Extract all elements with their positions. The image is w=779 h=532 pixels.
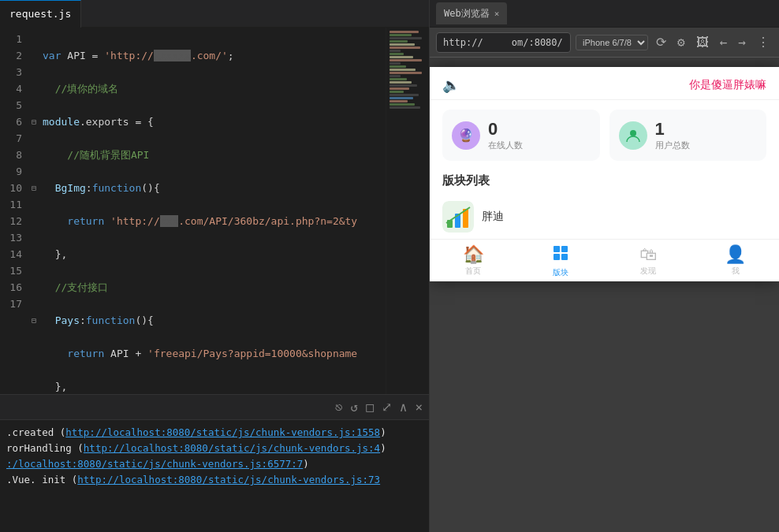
terminal-btn-restart[interactable]: ↺ bbox=[351, 400, 359, 415]
terminal-toolbar: ⎋ ↺ □ ⤢ ∧ × bbox=[0, 395, 429, 420]
nav-label-discover: 发现 bbox=[640, 266, 656, 277]
stat-num-online: 0 bbox=[488, 119, 523, 140]
stat-card-users: 1 用户总数 bbox=[609, 110, 766, 161]
terminal-label-1: .created ( bbox=[6, 426, 65, 438]
terminal-btn-expand[interactable]: ⤢ bbox=[382, 400, 392, 415]
browser-panel: Web浏览器 × iPhone 6/7/8 ⟳ ⚙ 🖼 ← → ⋮ 🔈 你是傻逼… bbox=[430, 0, 779, 532]
stat-label-online: 在线人数 bbox=[488, 140, 523, 151]
stat-info-online: 0 在线人数 bbox=[488, 119, 523, 151]
editor-tab-label: request.js bbox=[9, 8, 71, 20]
nav-label-home: 首页 bbox=[465, 266, 481, 277]
mobile-preview: 🔈 你是傻逼胖婊嘛 🔮 0 在线人数 bbox=[430, 67, 779, 281]
svg-rect-9 bbox=[561, 254, 568, 260]
stat-label-users: 用户总数 bbox=[655, 140, 690, 151]
terminal-link-2[interactable]: http://localhost:8080/static/js/chunk-ve… bbox=[84, 442, 380, 454]
profile-icon: 👤 bbox=[725, 244, 746, 264]
screenshot-icon[interactable]: 🖼 bbox=[693, 33, 712, 51]
terminal-label-2: rorHandling ( bbox=[6, 442, 84, 454]
section-title: 版块列表 bbox=[430, 170, 779, 195]
browser-tab-label: Web浏览器 bbox=[444, 7, 490, 20]
home-icon: 🏠 bbox=[463, 244, 484, 264]
terminal-line-3: :/localhost:8080/static/js/chunk-vendors… bbox=[6, 456, 423, 472]
terminal-content: .created (http://localhost:8080/static/j… bbox=[0, 420, 429, 532]
stat-icon-users bbox=[619, 121, 647, 150]
device-select[interactable]: iPhone 6/7/8 bbox=[576, 35, 648, 50]
terminal-btn-close[interactable]: × bbox=[415, 400, 423, 415]
forums-icon bbox=[552, 244, 569, 266]
terminal-line-2: rorHandling (http://localhost:8080/stati… bbox=[6, 441, 423, 456]
svg-rect-8 bbox=[554, 254, 560, 260]
forum-name: 胖迪 bbox=[482, 210, 504, 224]
nav-item-home[interactable]: 🏠 首页 bbox=[430, 244, 517, 278]
stat-num-users: 1 bbox=[655, 119, 690, 140]
code-content: var API = 'http://xxxxxx.com/'; //填你的域名 … bbox=[28, 28, 386, 394]
forum-list: 胖迪 bbox=[430, 195, 779, 239]
nav-label-forums: 版块 bbox=[553, 267, 568, 278]
forum-icon bbox=[442, 201, 474, 233]
browser-tab[interactable]: Web浏览器 × bbox=[436, 2, 507, 24]
stat-card-online: 🔮 0 在线人数 bbox=[442, 110, 599, 161]
editor-tab-request-js[interactable]: request.js bbox=[0, 0, 81, 28]
terminal-link-3[interactable]: :/localhost:8080/static/js/chunk-vendors… bbox=[6, 458, 303, 470]
back-icon[interactable]: ← bbox=[717, 33, 731, 51]
more-icon[interactable]: ⋮ bbox=[754, 33, 773, 51]
line-numbers: 12345 678910 1112131415 1617 bbox=[0, 28, 28, 394]
terminal-label-4: .Vue. init ( bbox=[6, 474, 77, 485]
bottom-nav: 🏠 首页 版块 bbox=[430, 239, 779, 281]
rotate-icon[interactable]: ⟳ bbox=[653, 33, 669, 51]
forward-icon[interactable]: → bbox=[735, 33, 749, 51]
terminal-panel: ⎋ ↺ □ ⤢ ∧ × .created (http://localhost:8… bbox=[0, 394, 429, 532]
svg-point-0 bbox=[630, 130, 636, 136]
editor-tab-bar: request.js bbox=[0, 0, 429, 28]
settings-icon[interactable]: ⚙ bbox=[674, 33, 688, 51]
stat-icon-online: 🔮 bbox=[452, 121, 480, 150]
terminal-link-4[interactable]: http://localhost:8080/static/js/chunk-ve… bbox=[77, 474, 380, 485]
svg-rect-7 bbox=[561, 246, 568, 252]
nav-item-discover[interactable]: 🛍 发现 bbox=[605, 244, 692, 278]
nav-item-forums[interactable]: 版块 bbox=[517, 244, 605, 278]
terminal-line-4: .Vue. init (http://localhost:8080/static… bbox=[6, 472, 423, 488]
forum-item[interactable]: 胖迪 bbox=[442, 195, 766, 239]
browser-toolbar: iPhone 6/7/8 ⟳ ⚙ 🖼 ← → ⋮ bbox=[430, 28, 779, 58]
url-bar[interactable] bbox=[436, 32, 571, 53]
svg-rect-6 bbox=[554, 246, 560, 252]
stat-info-users: 1 用户总数 bbox=[655, 119, 690, 151]
nav-item-profile[interactable]: 👤 我 bbox=[691, 244, 779, 278]
terminal-link-1[interactable]: http://localhost:8080/static/js/chunk-ve… bbox=[65, 426, 380, 438]
terminal-btn-up[interactable]: ∧ bbox=[400, 400, 408, 415]
minimap bbox=[386, 28, 429, 394]
terminal-line-1: .created (http://localhost:8080/static/j… bbox=[6, 425, 423, 441]
code-area: 12345 678910 1112131415 1617 var API = '… bbox=[0, 28, 429, 394]
discover-icon: 🛍 bbox=[639, 244, 657, 264]
speaker-icon: 🔈 bbox=[442, 76, 460, 93]
nav-label-profile: 我 bbox=[732, 266, 740, 277]
browser-tab-close-icon[interactable]: × bbox=[494, 9, 500, 19]
app-header: 🔈 你是傻逼胖婊嘛 bbox=[430, 67, 779, 100]
terminal-btn-square[interactable]: □ bbox=[366, 400, 374, 415]
editor-panel: request.js 12345 678910 1112131415 1617 … bbox=[0, 0, 430, 532]
app-header-title: 你是傻逼胖婊嘛 bbox=[689, 78, 766, 92]
terminal-btn-escape[interactable]: ⎋ bbox=[335, 400, 343, 415]
stats-row: 🔮 0 在线人数 bbox=[430, 100, 779, 170]
browser-tab-bar: Web浏览器 × bbox=[430, 0, 779, 28]
